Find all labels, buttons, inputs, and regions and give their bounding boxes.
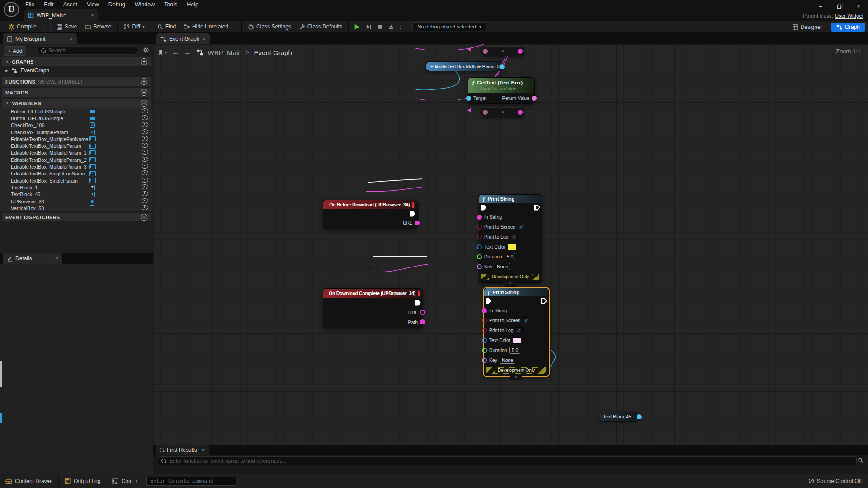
print-to-log-checkbox[interactable]: ✓ bbox=[516, 327, 523, 334]
variable-row[interactable]: Button_UECallJSMultiple bbox=[0, 108, 153, 115]
section-event-dispatchers[interactable]: EVENT DISPATCHERS + bbox=[2, 213, 151, 221]
reroute-node[interactable] bbox=[481, 107, 525, 117]
save-button[interactable]: Save bbox=[52, 21, 81, 32]
add-function-icon[interactable]: + bbox=[141, 78, 147, 85]
menu-tools[interactable]: Tools bbox=[164, 1, 177, 8]
restore-icon[interactable] bbox=[834, 2, 845, 10]
variable-row[interactable]: VerticalBox_58 bbox=[0, 205, 153, 211]
diff-button[interactable]: Diff ▾ bbox=[120, 21, 148, 32]
add-graph-icon[interactable]: + bbox=[141, 58, 147, 65]
node-on-download-complete[interactable]: On Download Complete (UPBrowser_34) URL … bbox=[323, 288, 423, 328]
variable-row[interactable]: EditableTextBox_MultipleParam_3 bbox=[0, 163, 153, 170]
pin-duration[interactable] bbox=[482, 348, 487, 353]
close-icon[interactable]: × bbox=[202, 447, 205, 453]
menu-help[interactable]: Help bbox=[187, 1, 198, 8]
eye-icon[interactable] bbox=[142, 129, 148, 136]
variable-row[interactable]: TextBlock_1 bbox=[0, 184, 153, 191]
pin-url-out[interactable] bbox=[415, 221, 420, 225]
graph-button[interactable]: Graph bbox=[831, 23, 865, 32]
pin-exec-out[interactable] bbox=[410, 211, 415, 217]
add-dispatcher-icon[interactable]: + bbox=[141, 214, 147, 221]
source-control-button[interactable]: Source Control Off bbox=[802, 474, 868, 488]
pin-path-out[interactable] bbox=[420, 319, 425, 324]
menu-window[interactable]: Window bbox=[135, 1, 155, 8]
breadcrumb-current[interactable]: Event Graph bbox=[254, 49, 292, 56]
variable-row[interactable]: EditableTextBox_SingleFunName bbox=[0, 170, 153, 177]
eye-icon[interactable] bbox=[142, 143, 148, 149]
minimize-icon[interactable]: – bbox=[815, 2, 826, 10]
print-to-log-checkbox[interactable]: ✓ bbox=[511, 234, 518, 240]
pin-text-color[interactable] bbox=[477, 244, 482, 249]
section-functions[interactable]: FUNCTIONS (36 OVERRIDABLE) + bbox=[2, 77, 151, 86]
eye-icon[interactable] bbox=[142, 150, 148, 156]
node-get-text-block-45[interactable]: Text Block 45 bbox=[598, 412, 640, 422]
pin-exec-out[interactable] bbox=[541, 298, 547, 304]
tab-find-results[interactable]: Find Results × bbox=[156, 445, 209, 455]
eye-icon[interactable] bbox=[142, 178, 148, 184]
content-drawer-button[interactable]: Content Drawer bbox=[0, 474, 58, 488]
node-print-string-2[interactable]: ƒ Print String In String Print to Screen… bbox=[484, 288, 549, 376]
pin-print-to-log[interactable] bbox=[482, 328, 487, 333]
pin-print-to-screen[interactable] bbox=[482, 318, 487, 323]
compile-button[interactable]: Compile bbox=[5, 21, 41, 32]
pin-in-string[interactable] bbox=[477, 215, 482, 220]
play-button[interactable] bbox=[351, 21, 363, 32]
close-icon[interactable]: × bbox=[70, 36, 73, 42]
add-button[interactable]: + Add bbox=[4, 46, 26, 56]
sidebar-item-eventgraph[interactable]: ▶ EventGraph bbox=[5, 67, 49, 74]
pin-in-string[interactable] bbox=[482, 308, 487, 313]
eye-icon[interactable] bbox=[142, 198, 148, 205]
pin-string-out[interactable] bbox=[518, 110, 523, 115]
variable-row[interactable]: TextBlock_45 bbox=[0, 191, 153, 198]
collapse-chevron-icon[interactable]: ^ bbox=[510, 376, 522, 380]
pin-text-color[interactable] bbox=[482, 338, 487, 343]
find-in-blueprints-icon[interactable] bbox=[858, 457, 863, 463]
pin-object-out[interactable] bbox=[500, 64, 505, 69]
search-input[interactable]: Search bbox=[37, 46, 138, 55]
pin-string-in[interactable] bbox=[483, 49, 488, 54]
menu-view[interactable]: View bbox=[87, 1, 99, 8]
variable-row[interactable]: EditableTextBox_MultipleParam_2 bbox=[0, 156, 153, 163]
pin-string-in[interactable] bbox=[483, 110, 488, 115]
browse-button[interactable]: Browse bbox=[81, 21, 115, 32]
pin-exec-out[interactable] bbox=[415, 300, 421, 306]
pin-exec-in[interactable] bbox=[486, 298, 491, 304]
pin-key[interactable] bbox=[477, 264, 482, 269]
tab-event-graph[interactable]: Event Graph × bbox=[156, 33, 210, 44]
add-macro-icon[interactable]: + bbox=[141, 89, 147, 96]
pin-exec-in[interactable] bbox=[481, 205, 486, 211]
node-get-editable-text-box[interactable]: Editable Text Box Multiple Param 3 bbox=[425, 61, 503, 71]
variable-row[interactable]: CheckBox_MultipleParam bbox=[0, 129, 153, 136]
tab-details[interactable]: Details × bbox=[3, 253, 62, 264]
eye-icon[interactable] bbox=[142, 136, 148, 142]
close-window-icon[interactable]: × bbox=[853, 2, 864, 10]
collapse-chevron-icon[interactable]: ^ bbox=[505, 282, 516, 287]
duration-input[interactable]: 5.0 bbox=[505, 253, 516, 260]
tab-my-blueprint[interactable]: My Blueprint × bbox=[3, 33, 77, 44]
class-defaults-button[interactable]: Class Defaults bbox=[295, 21, 346, 32]
close-icon[interactable]: × bbox=[91, 13, 94, 18]
eye-icon[interactable] bbox=[142, 122, 148, 128]
section-macros[interactable]: MACROS + bbox=[2, 88, 151, 97]
eye-icon[interactable] bbox=[142, 205, 148, 211]
section-variables[interactable]: ▼VARIABLES + bbox=[2, 99, 151, 108]
pin-key[interactable] bbox=[482, 358, 487, 363]
play-options-icon[interactable]: ⋮ bbox=[397, 24, 404, 30]
pin-exec-out[interactable] bbox=[534, 205, 540, 211]
bookmarks-dropdown[interactable]: ▾ bbox=[158, 50, 167, 56]
hide-unrelated-button[interactable]: Hide Unrelated bbox=[180, 21, 232, 32]
nav-forward-icon[interactable]: → bbox=[184, 48, 192, 57]
eye-icon[interactable] bbox=[142, 108, 148, 115]
find-references-input[interactable]: Enter function or event name to find ref… bbox=[158, 456, 857, 465]
variable-row[interactable]: EditableTextBox_SingleParam bbox=[0, 177, 153, 184]
pin-duration[interactable] bbox=[477, 254, 482, 259]
console-command-input[interactable]: Enter Console Command bbox=[146, 477, 236, 486]
find-button[interactable]: Find bbox=[153, 21, 180, 32]
print-to-screen-checkbox[interactable]: ✓ bbox=[518, 224, 524, 230]
pin-print-to-log[interactable] bbox=[477, 235, 482, 239]
variable-row[interactable]: EditableTextBox_MultipleFunName bbox=[0, 136, 153, 142]
asset-tab-wbp-main[interactable]: WBP_Main* × bbox=[24, 9, 98, 21]
step-into-button[interactable] bbox=[363, 21, 374, 32]
variable-row[interactable]: CheckBox_106 bbox=[0, 122, 153, 129]
menu-debug[interactable]: Debug bbox=[108, 1, 125, 8]
